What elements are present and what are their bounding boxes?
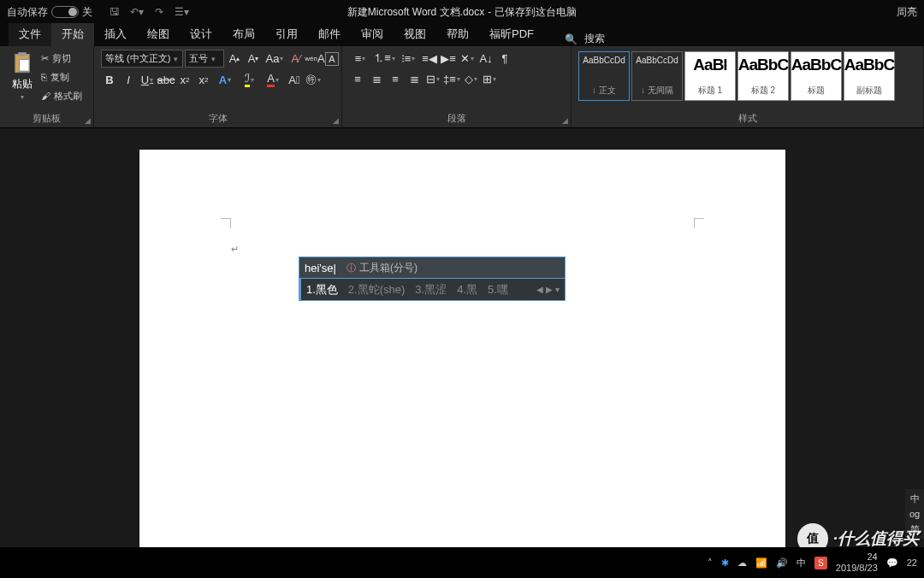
svg-rect-2 <box>20 59 30 71</box>
system-tray: ˄ ✱ ☁ 📶 🔊 中 S <box>708 557 827 569</box>
svg-rect-1 <box>18 52 26 56</box>
tray-lang-icon[interactable]: 中 <box>797 557 806 569</box>
clipboard-launcher-icon[interactable]: ◢ <box>85 116 91 125</box>
style-card[interactable]: AaBbC标题 2 <box>737 51 789 101</box>
tab-foxit-pdf[interactable]: 福昕PDF <box>479 23 544 46</box>
char-shading-button[interactable]: A⃞ <box>286 71 303 88</box>
enclose-char-button[interactable]: ㊕ <box>305 71 322 88</box>
shrink-font-button[interactable]: A▾ <box>245 50 262 68</box>
multilevel-button[interactable]: ⁝≡ <box>397 50 419 67</box>
style-preview: AaBbC <box>791 56 841 74</box>
ime-page-nav[interactable]: ◀ ▶ ▾ <box>536 285 560 294</box>
ime-input-text: hei'se| <box>305 262 336 274</box>
tray-app-icon[interactable]: ✱ <box>721 557 729 569</box>
phonetic-guide-button[interactable]: wénA <box>306 50 323 68</box>
highlight-button[interactable]: ℐ <box>238 71 260 88</box>
font-color-button[interactable]: A <box>262 71 284 88</box>
align-center-button[interactable]: ≣ <box>368 70 385 87</box>
ime-candidate[interactable]: 5.嘿 <box>488 282 508 298</box>
tab-help[interactable]: 帮助 <box>436 23 479 46</box>
ime-toolbox-hint[interactable]: 工具箱(分号) <box>346 261 418 275</box>
tab-draw[interactable]: 绘图 <box>137 23 180 46</box>
style-card[interactable]: AaBl标题 1 <box>684 51 736 101</box>
line-spacing-button[interactable]: ‡≡ <box>443 70 460 87</box>
justify-button[interactable]: ≣ <box>406 70 423 87</box>
tab-insert[interactable]: 插入 <box>94 23 137 46</box>
sort-button[interactable]: A↓ <box>477 50 495 67</box>
paragraph-launcher-icon[interactable]: ◢ <box>562 116 568 125</box>
undo-icon[interactable]: ↶▾ <box>130 6 144 18</box>
tab-file[interactable]: 文件 <box>9 23 51 46</box>
tab-design[interactable]: 设计 <box>180 23 222 46</box>
style-card[interactable]: AaBbCcDd↓ 无间隔 <box>631 51 683 101</box>
touch-mode-icon[interactable]: ☰▾ <box>175 6 188 18</box>
paragraph-mark-icon: ↵ <box>231 244 239 255</box>
font-family-select[interactable]: 等线 (中文正文)▾ <box>101 50 183 68</box>
ime-candidate[interactable]: 4.黑 <box>457 282 477 298</box>
tray-wifi-icon[interactable]: 📶 <box>755 557 767 569</box>
taskbar-clock[interactable]: 242019/8/23 <box>836 551 878 574</box>
bold-button[interactable]: B <box>101 71 118 88</box>
bullets-button[interactable]: ≡ <box>349 50 371 67</box>
copy-button[interactable]: ⎘复制 <box>41 68 82 86</box>
ribbon: 粘贴▾ ✂剪切 ⎘复制 🖌格式刷 剪贴板 ◢ 等线 (中文正文)▾ 五号▾ A▴… <box>0 46 924 128</box>
italic-button[interactable]: I <box>120 71 137 88</box>
tab-review[interactable]: 审阅 <box>351 23 394 46</box>
style-name: 副标题 <box>856 85 882 97</box>
text-effects-button[interactable]: A <box>214 71 236 88</box>
style-name: 标题 2 <box>751 85 775 97</box>
tab-references[interactable]: 引用 <box>265 23 308 46</box>
style-preview: AaBbCcDd <box>636 56 678 65</box>
ime-candidates: 1.黑色2.黑蛇(she)3.黑涩4.黑5.嘿 ◀ ▶ ▾ <box>299 279 566 301</box>
clear-format-button[interactable]: A⁄ <box>287 50 305 68</box>
style-card[interactable]: AaBbC副标题 <box>844 51 895 101</box>
toggle-icon[interactable] <box>51 6 79 18</box>
show-marks-button[interactable]: ¶ <box>496 50 513 67</box>
ime-candidate[interactable]: 2.黑蛇(she) <box>348 282 405 298</box>
borders-button[interactable]: ⊞ <box>481 70 498 87</box>
search-box[interactable]: 🔍 搜索 <box>565 32 605 46</box>
shading-button[interactable]: ◇ <box>462 70 479 87</box>
font-size-select[interactable]: 五号▾ <box>185 50 224 68</box>
tray-up-icon[interactable]: ˄ <box>708 557 713 569</box>
align-right-button[interactable]: ≡ <box>387 70 404 87</box>
numbering-button[interactable]: ⒈≡ <box>373 50 395 67</box>
font-launcher-icon[interactable]: ◢ <box>333 116 339 125</box>
tab-view[interactable]: 视图 <box>394 23 436 46</box>
redo-icon[interactable]: ↷ <box>152 6 166 18</box>
align-left-button[interactable]: ≡ <box>349 70 366 87</box>
grow-font-button[interactable]: A▴ <box>226 50 243 68</box>
change-case-button[interactable]: Aa <box>264 50 286 68</box>
underline-button[interactable]: U <box>139 71 156 88</box>
tab-mailings[interactable]: 邮件 <box>308 23 351 46</box>
subscript-button[interactable]: x2 <box>176 71 193 88</box>
cut-button[interactable]: ✂剪切 <box>41 50 82 67</box>
taskbar-notif-icon[interactable]: 💬 <box>886 557 898 569</box>
asian-layout-button[interactable]: ✕ <box>459 50 476 67</box>
format-painter-button[interactable]: 🖌格式刷 <box>41 87 82 104</box>
style-card[interactable]: AaBbC标题 <box>791 51 842 101</box>
ime-candidate[interactable]: 3.黑涩 <box>415 282 447 298</box>
save-icon[interactable]: 🖫 <box>108 6 121 18</box>
indent-dec-button[interactable]: ≡◀ <box>421 50 438 67</box>
style-name: 标题 <box>808 85 825 97</box>
document-page[interactable]: ↵ <box>139 150 785 547</box>
ime-panel[interactable]: hei'se| 工具箱(分号) 1.黑色2.黑蛇(she)3.黑涩4.黑5.嘿 … <box>299 257 566 301</box>
tray-cloud-icon[interactable]: ☁ <box>737 557 747 569</box>
document-area[interactable]: ↵ <box>0 128 924 547</box>
tab-layout[interactable]: 布局 <box>222 23 265 46</box>
distribute-button[interactable]: ⊟ <box>424 70 441 87</box>
style-card[interactable]: AaBbCcDd↓ 正文 <box>578 51 630 101</box>
tray-sogou-icon[interactable]: S <box>814 557 827 569</box>
autosave-toggle[interactable]: 自动保存 关 <box>7 5 92 20</box>
margin-corner-icon <box>694 218 704 228</box>
paste-button[interactable]: 粘贴▾ <box>7 50 38 103</box>
tray-volume-icon[interactable]: 🔊 <box>776 557 788 569</box>
account-name[interactable]: 周亮 <box>897 5 917 20</box>
superscript-button[interactable]: x2 <box>195 71 212 88</box>
ime-candidate[interactable]: 1.黑色 <box>306 282 338 298</box>
indent-inc-button[interactable]: ▶≡ <box>440 50 457 67</box>
strike-button[interactable]: abc <box>157 71 175 88</box>
tab-home[interactable]: 开始 <box>51 23 94 46</box>
char-border-button[interactable]: A <box>325 52 339 66</box>
